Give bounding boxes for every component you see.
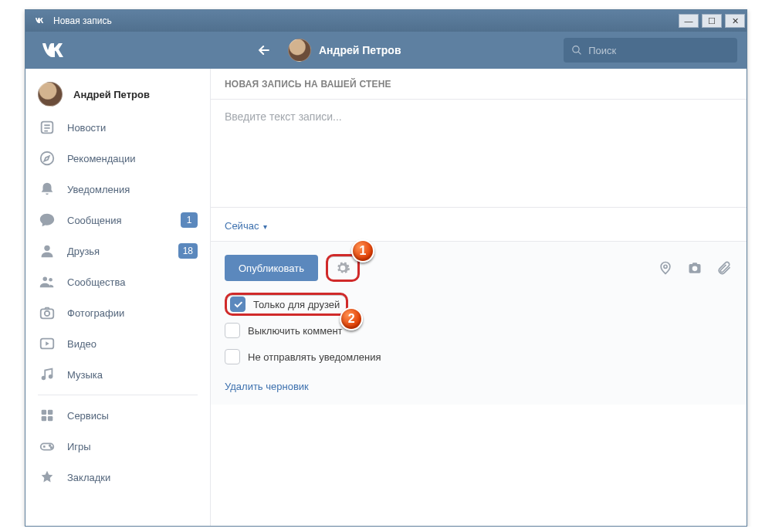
composer: НОВАЯ ЗАПИСЬ НА ВАШЕЙ СТЕНЕ Сейчас ▾ Опу… [211,69,747,526]
grid-icon [38,406,56,425]
app-window: Новая запись — ☐ ✕ Андрей Петров Андрей … [25,9,747,527]
camera-icon [38,303,56,322]
publish-button[interactable]: Опубликовать [225,255,318,281]
sidebar-item-label: Фотографии [67,307,124,319]
svg-rect-11 [42,410,46,415]
sidebar-item-label: Сообщения [67,215,122,226]
maximize-button[interactable]: ☐ [702,14,722,28]
sidebar-item-label: Видео [67,338,96,350]
header-avatar[interactable] [288,39,311,62]
post-textarea[interactable] [211,100,747,208]
search-box[interactable] [564,38,737,63]
annotation-marker-2: 2 [340,307,363,330]
sidebar-item-messages[interactable]: Сообщения 1 [25,205,210,236]
svg-point-16 [49,445,51,446]
window-controls: — ☐ ✕ [677,14,747,28]
sidebar-avatar [38,82,63,107]
settings-button[interactable] [333,258,353,278]
video-icon [38,334,56,353]
svg-point-4 [43,277,48,282]
svg-point-17 [51,447,52,449]
composer-actions: Опубликовать 1 [211,241,747,405]
chat-icon [38,211,56,229]
sidebar-item-bookmarks[interactable]: Закладки [25,462,210,493]
delete-draft-link[interactable]: Удалить черновик [225,381,733,392]
sidebar-item-recommendations[interactable]: Рекомендации [25,143,210,174]
music-icon [38,365,56,384]
friends-only-label: Только для друзей [253,299,340,310]
option-no-notify-row: Не отправлять уведомления [225,344,733,370]
news-icon [38,118,56,137]
sidebar-item-label: Игры [67,441,91,452]
sidebar-item-label: Рекомендации [67,153,136,164]
vk-logo-icon[interactable] [39,36,67,64]
svg-point-7 [45,311,49,316]
search-icon [571,44,582,56]
back-button[interactable] [252,39,276,62]
sidebar-item-label: Закладки [67,472,110,483]
svg-point-0 [573,46,579,53]
titlebar: Новая запись — ☐ ✕ [25,10,747,32]
header-username[interactable]: Андрей Петров [319,44,401,56]
svg-point-3 [44,246,49,251]
post-options: Только для друзей 2 Выключить коммент Не… [225,291,733,392]
header: Андрей Петров [25,32,747,69]
no-notify-checkbox[interactable] [225,349,240,364]
annotation-frame-1: 1 [326,254,360,282]
sidebar-item-label: Сервисы [67,410,109,422]
user-icon [38,242,56,260]
sidebar-item-services[interactable]: Сервисы [25,400,210,431]
svg-point-10 [49,375,52,378]
badge: 18 [178,243,198,259]
option-disable-comments-row: Выключить коммент [225,317,733,344]
sidebar-item-label: Уведомления [67,184,130,195]
bell-icon [38,180,56,198]
window-title: Новая запись [53,15,677,26]
no-notify-label: Не отправлять уведомления [248,351,381,363]
option-friends-only-row: Только для друзей 2 [225,291,733,317]
attach-button[interactable] [716,259,733,276]
post-time-selector[interactable]: Сейчас ▾ [211,211,747,241]
sidebar-item-games[interactable]: Игры [25,431,210,462]
sidebar: Андрей Петров Новости Рекомендации Уведо… [25,69,211,526]
sidebar-item-communities[interactable]: Сообщества [25,266,210,297]
sidebar-profile[interactable]: Андрей Петров [25,76,210,112]
gamepad-icon [38,437,56,456]
search-input[interactable] [588,45,730,56]
users-icon [38,273,56,291]
sidebar-item-photos[interactable]: Фотографии [25,297,210,328]
annotation-frame-2: Только для друзей 2 [225,293,348,316]
svg-rect-13 [42,416,46,421]
sidebar-item-notifications[interactable]: Уведомления [25,174,210,205]
compass-icon [38,149,56,168]
sidebar-item-label: Друзья [67,246,100,257]
sidebar-item-video[interactable]: Видео [25,328,210,359]
sidebar-item-music[interactable]: Музыка [25,359,210,390]
photo-button[interactable] [686,259,703,276]
disable-comments-label: Выключить коммент [248,325,343,337]
chevron-down-icon: ▾ [263,222,267,231]
composer-title: НОВАЯ ЗАПИСЬ НА ВАШЕЙ СТЕНЕ [211,69,747,100]
sidebar-item-friends[interactable]: Друзья 18 [25,236,210,266]
svg-rect-14 [48,416,52,421]
svg-point-2 [41,152,54,165]
location-button[interactable] [657,259,674,276]
disable-comments-checkbox[interactable] [225,323,240,338]
sidebar-item-label: Новости [67,122,106,134]
nav-separator [38,395,198,395]
vk-mini-icon [30,12,49,30]
svg-point-9 [42,377,46,380]
annotation-marker-1: 1 [351,239,374,263]
badge: 1 [181,212,198,228]
post-time-label: Сейчас [225,220,259,232]
svg-rect-12 [48,410,52,415]
sidebar-profile-name: Андрей Петров [73,89,150,100]
star-icon [38,468,56,486]
sidebar-item-news[interactable]: Новости [25,112,210,143]
sidebar-item-label: Сообщества [67,276,126,288]
svg-point-5 [49,278,52,282]
minimize-button[interactable]: — [679,14,699,28]
close-button[interactable]: ✕ [725,14,745,28]
svg-point-18 [664,265,667,268]
friends-only-checkbox[interactable] [230,296,245,312]
